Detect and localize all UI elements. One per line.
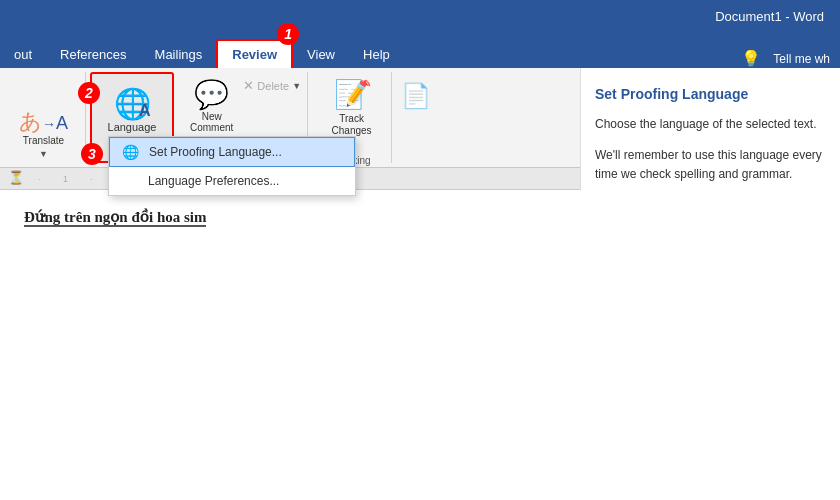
lang-pref-label: Language Preferences... [148,174,279,188]
delete-dropdown[interactable]: ▼ [292,81,301,91]
ribbon-tab-row: out References Mailings 1 Review View He… [0,32,840,68]
step-badge-3: 3 [81,143,103,165]
new-comment-label: NewComment [190,111,233,133]
lightbulb-icon: 💡 [741,49,761,68]
title-bar: Document1 - Word [0,0,840,32]
tab-review[interactable]: 1 Review [216,39,293,68]
translate-label: Translate [23,135,64,147]
help-panel-title: Set Proofing Language [595,84,826,105]
language-icon: 🌐A [114,89,151,119]
language-dropdown-menu: 3 🌐 Set Proofing Language... 🌐 Language … [108,136,356,196]
ribbon-right-items: 💡 Tell me wh [741,49,840,68]
tab-out[interactable]: out [0,41,46,68]
new-comment-icon: 💬 [194,78,229,111]
extra-icon: 📄 [401,82,431,110]
delete-label: Delete [257,80,289,92]
track-changes-icon: 📝✎ [334,78,369,111]
step-badge-1: 1 [277,23,299,45]
tab-references[interactable]: References [46,41,140,68]
set-proofing-label: Set Proofing Language... [149,145,282,159]
language-label: Language [108,121,157,134]
help-panel-para2: We'll remember to use this language ever… [595,146,826,184]
delete-button[interactable]: ✕ Delete ▼ [243,78,301,93]
translate-icon: あ→A [19,107,68,133]
set-proofing-language-item[interactable]: 🌐 Set Proofing Language... [109,137,355,167]
tab-help[interactable]: Help [349,41,404,68]
tab-mailings[interactable]: Mailings [141,41,217,68]
translate-dropdown-arrow[interactable]: ▼ [39,149,48,159]
delete-icon: ✕ [243,78,254,93]
doc-title: Document1 - Word [715,9,824,24]
set-proofing-icon: 🌐 [122,144,139,160]
help-panel-para1: Choose the language of the selected text… [595,115,826,134]
group-translate: あ→A Translate ▼ [6,72,86,163]
translate-button[interactable]: あ→A Translate ▼ [8,103,79,163]
group-extra: 📄 [396,72,436,163]
tab-view[interactable]: View [293,41,349,68]
step-badge-2: 2 [78,82,100,104]
main-area: Đứng trên ngọn đồi hoa sim [0,190,840,500]
track-changes-label: TrackChanges [332,113,372,137]
language-preferences-item[interactable]: 🌐 Language Preferences... [109,167,355,195]
doc-body-text: Đứng trên ngọn đồi hoa sim [24,209,206,227]
document-body[interactable]: Đứng trên ngọn đồi hoa sim [0,190,840,500]
tell-me-text[interactable]: Tell me wh [773,52,830,66]
new-comment-button[interactable]: 💬 NewComment [184,74,239,137]
ruler-marker: ⏳ [8,170,24,185]
